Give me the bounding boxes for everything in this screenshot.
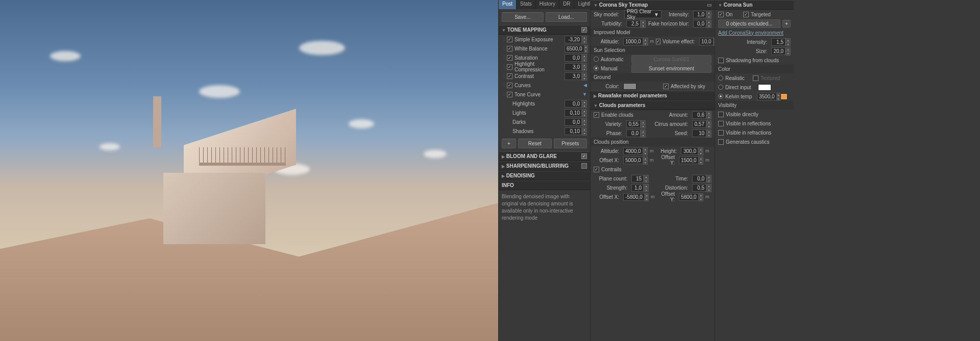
strength-value[interactable]: 1,0 bbox=[631, 184, 644, 192]
highlight-comp-label: Highlight Compression bbox=[514, 61, 562, 72]
load-button[interactable]: Load... bbox=[546, 12, 587, 22]
offsetx-value[interactable]: 5000,0 bbox=[623, 156, 643, 164]
tab-post[interactable]: Post bbox=[499, 0, 517, 9]
sun-intensity-label: Intensity: bbox=[718, 39, 767, 45]
kelvin-label: Kelvin temp bbox=[725, 94, 755, 99]
kelvin-radio[interactable] bbox=[718, 94, 723, 99]
save-button[interactable]: Save... bbox=[502, 12, 544, 22]
saturation-check[interactable] bbox=[507, 55, 512, 61]
distortion-value[interactable]: 0,5 bbox=[692, 184, 706, 192]
rollup-icon[interactable]: ▭ bbox=[707, 2, 712, 8]
excluded-objects-button[interactable]: 0 objects excluded... bbox=[718, 19, 780, 28]
highlight-comp-check[interactable] bbox=[507, 64, 512, 70]
rawafake-header[interactable]: ▶ Rawafake model parameters bbox=[591, 91, 715, 100]
ground-color-swatch[interactable] bbox=[623, 83, 636, 90]
realistic-radio[interactable] bbox=[718, 75, 723, 81]
cloud-altitude-value[interactable]: 4000,0 bbox=[623, 147, 643, 155]
reset-button[interactable]: Reset bbox=[518, 139, 552, 148]
c-offsety-value[interactable]: 5800,0 bbox=[679, 193, 699, 201]
shadows-value[interactable]: 0,10 bbox=[565, 127, 582, 135]
kelvin-value[interactable]: 3500,0 bbox=[757, 93, 777, 100]
clouds-params-header[interactable]: ▼ Clouds parameters bbox=[591, 100, 715, 110]
sky-model-dropdown[interactable]: PRG Clear Sky▼ bbox=[624, 10, 662, 18]
cirrus-value[interactable]: 0,57 bbox=[692, 120, 706, 128]
c-offsetx-label: Offset X: bbox=[594, 194, 619, 200]
add-exclude-button[interactable]: + bbox=[782, 20, 791, 28]
targeted-check[interactable] bbox=[743, 12, 749, 17]
c-offsetx-value[interactable]: -5800,0 bbox=[623, 193, 645, 201]
highlight-comp-value[interactable]: 3,0 bbox=[565, 63, 582, 71]
affected-by-sky-check[interactable] bbox=[663, 84, 669, 89]
white-balance-value[interactable]: 6500,0 bbox=[565, 45, 584, 53]
tab-dr[interactable]: DR bbox=[559, 0, 574, 9]
curves-expand-icon[interactable]: ◀ bbox=[583, 83, 587, 88]
seed-value[interactable]: 10 bbox=[692, 129, 706, 137]
add-env-label[interactable]: Add CoronaSky environment bbox=[718, 30, 791, 36]
shadowing-check[interactable] bbox=[718, 58, 724, 63]
direct-input-radio[interactable] bbox=[718, 85, 723, 90]
direct-color-swatch[interactable] bbox=[758, 84, 771, 91]
ground-color-label: Color: bbox=[594, 84, 619, 89]
bloom-toggle[interactable]: ✓ bbox=[581, 153, 587, 159]
simple-exposure-value[interactable]: -3,20 bbox=[565, 36, 582, 43]
corona-sun-header[interactable]: ▼ Corona Sun bbox=[715, 0, 794, 10]
sun-node-button[interactable]: Corona Sun001 bbox=[631, 55, 712, 64]
visible-refractions-label: Visible in refractions bbox=[726, 130, 791, 136]
amount-value[interactable]: 0,6 bbox=[692, 111, 706, 119]
automatic-radio[interactable] bbox=[594, 57, 599, 62]
visible-reflections-check[interactable] bbox=[718, 121, 724, 126]
white-balance-check[interactable] bbox=[507, 46, 512, 51]
tab-history[interactable]: History bbox=[536, 0, 559, 9]
sharpening-header[interactable]: ▶ SHARPENING/BLURRING bbox=[499, 161, 590, 171]
highlights-label: Highlights bbox=[512, 101, 562, 107]
denoising-header[interactable]: ▶ DENOISING bbox=[499, 171, 590, 180]
turbidity-value[interactable]: 2,5 bbox=[626, 20, 641, 28]
manual-label: Manual bbox=[601, 66, 629, 71]
visible-refractions-check[interactable] bbox=[718, 130, 724, 136]
sky-model-label: Sky model: bbox=[594, 12, 622, 17]
contrails-check[interactable] bbox=[594, 167, 599, 172]
sunset-env-button[interactable]: Sunset environment bbox=[631, 64, 712, 73]
tone-mapping-toggle[interactable]: ✓ bbox=[581, 27, 587, 33]
affected-by-sky-label: Affected by sky bbox=[671, 84, 712, 89]
tone-mapping-label: TONE MAPPING bbox=[507, 27, 547, 33]
tab-stats[interactable]: Stats bbox=[517, 0, 536, 9]
tone-curve-check[interactable] bbox=[507, 92, 512, 97]
contrast-value[interactable]: 3,0 bbox=[565, 72, 582, 80]
tone-curve-expand-icon[interactable]: ▼ bbox=[582, 92, 587, 97]
info-label: INFO bbox=[502, 182, 514, 188]
add-operator-button[interactable]: + bbox=[502, 139, 516, 148]
saturation-value[interactable]: 0,0 bbox=[565, 54, 582, 62]
lights-value[interactable]: 0,10 bbox=[565, 109, 582, 117]
contrast-check[interactable] bbox=[507, 73, 512, 79]
highlights-value[interactable]: 0,0 bbox=[565, 100, 582, 108]
sun-on-check[interactable] bbox=[718, 12, 724, 17]
presets-button[interactable]: Presets bbox=[554, 139, 587, 148]
plane-count-value[interactable]: 15 bbox=[631, 175, 644, 182]
visible-directly-check[interactable] bbox=[718, 112, 724, 117]
volume-effect-value[interactable]: 10,0 bbox=[699, 38, 713, 45]
tone-mapping-header[interactable]: ▼ TONE MAPPING ✓ bbox=[499, 25, 590, 35]
fake-horizon-value[interactable]: 0,0 bbox=[693, 20, 706, 28]
sharp-toggle[interactable] bbox=[581, 163, 587, 169]
volume-effect-check[interactable] bbox=[656, 39, 660, 44]
curves-check[interactable] bbox=[507, 83, 512, 88]
darks-value[interactable]: 0,0 bbox=[565, 118, 582, 126]
generates-caustics-check[interactable] bbox=[718, 139, 724, 145]
sun-intensity-value[interactable]: 1,5 bbox=[771, 38, 786, 46]
white-balance-label: White Balance bbox=[514, 46, 562, 51]
sun-color-label: Color bbox=[715, 65, 794, 73]
sky-intensity-value[interactable]: 1,0 bbox=[693, 11, 706, 18]
sun-size-value[interactable]: 20,0 bbox=[771, 47, 786, 55]
automatic-label: Automatic bbox=[601, 57, 629, 62]
bloom-glare-header[interactable]: ▶ BLOOM AND GLARE ✓ bbox=[499, 151, 590, 161]
phase-value[interactable]: 0,0 bbox=[626, 129, 641, 137]
manual-radio[interactable] bbox=[594, 66, 599, 71]
variety-value[interactable]: 0,55 bbox=[626, 120, 641, 128]
simple-exposure-check[interactable] bbox=[507, 37, 512, 42]
height-value[interactable]: 300,0 bbox=[681, 147, 698, 155]
altitude-value[interactable]: 1000,0 bbox=[623, 38, 643, 45]
offsety-value[interactable]: 1500,0 bbox=[679, 156, 699, 164]
enable-clouds-check[interactable] bbox=[594, 112, 599, 118]
time-value[interactable]: 0,0 bbox=[692, 175, 706, 182]
